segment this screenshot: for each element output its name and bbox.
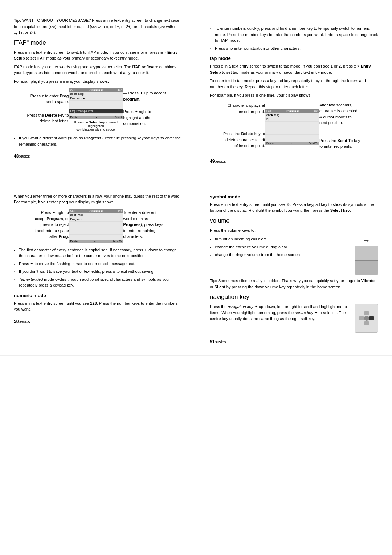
tap-para1: Press ⊞ in a text entry screen to switch…	[210, 63, 378, 75]
p50-empty3	[69, 230, 123, 235]
vol-bullet2: change the earpiece volume during a call	[215, 244, 349, 250]
tap-empty2	[265, 126, 319, 130]
vol-tip-label: Tip:	[210, 279, 217, 283]
tap-screen-num: 443	[314, 110, 318, 112]
p50-spacer	[69, 235, 123, 240]
screen-caption: Press the Select key to select highlight…	[69, 121, 123, 131]
p50-abc-row: abc▶ Msg	[69, 213, 123, 217]
volume-device	[355, 246, 378, 275]
p50-screen-box: Call △◇▣▣▣▣ 449 abc▶ Msg Prog|ram	[69, 209, 123, 243]
tap-screen-call: Call	[266, 110, 271, 112]
symbol-title: symbol mode	[210, 194, 378, 199]
itap-screen-box: Call △◇▣▣▣▣ 442 abc⊠ Msg Prog|ram ▶ Prog…	[69, 88, 123, 119]
itap-annot-enter-prog: Press ⊞ to enter Progand a space.	[25, 93, 69, 105]
screen-select: Select	[115, 116, 122, 118]
tap-screen-footer: Delete ▼ Send To	[265, 142, 319, 145]
p50-annot-right: To enter a differentword (such asProgres…	[123, 210, 171, 242]
itap-annot-right: — Press ✦ up to acceptprogram. Press ✦ r…	[123, 90, 171, 129]
tap-annot-delete: Press the Delete key todelete character …	[221, 131, 265, 149]
spread-48-49: Tip: WANT TO SHOUT YOUR MESSAGE? Press ⊡…	[0, 0, 392, 175]
p49-bullet2: Press ⊡ to enter punctuation or other ch…	[215, 45, 378, 52]
numeric-para: Press ⊞ in a text entry screen until you…	[14, 300, 182, 312]
page-51-footer: basics 51	[210, 339, 378, 344]
itap-para2: iTAP mode lets you enter words using one…	[14, 64, 182, 76]
page-48-footer: 48 basics	[14, 154, 182, 159]
tap-empty1	[265, 122, 319, 126]
itap-bullet1: If you want a different word (such as Pr…	[19, 135, 182, 147]
p50-footer: Delete ▼ Send To	[69, 240, 123, 243]
p50-delete: Delete	[70, 240, 78, 243]
tap-annot-left: Character displays atinsertion point. Pr…	[221, 102, 265, 151]
vol-bullet1: turn off an incoming call alert	[215, 236, 349, 242]
vol-bottom	[355, 261, 378, 275]
tap-empty3	[265, 130, 319, 135]
p50-screen-top: Call △◇▣▣▣▣ 449	[69, 209, 123, 213]
itap-bullets: If you want a different word (such as Pr…	[19, 135, 182, 147]
page-50: When you enter three or more characters …	[0, 175, 196, 356]
p50-screen-area: Press ✦ right toaccept Program, orpress …	[14, 209, 182, 243]
tap-screen-abc: abc▶ Msg	[265, 113, 319, 117]
tap-delete: Delete	[266, 142, 274, 145]
page-49: To enter numbers quickly, press and hold…	[196, 0, 392, 175]
nav-content: Press the navigation key ✦ up, down, lef…	[210, 304, 378, 333]
tap-spacer	[265, 135, 319, 140]
itap-title: iTAP® mode	[14, 39, 182, 46]
nav-dpad	[359, 311, 374, 325]
volume-content: turn off an incoming call alert change t…	[210, 236, 378, 275]
page-49-number: 49	[210, 159, 215, 164]
page-48-number: 48	[14, 154, 19, 159]
tap-mid: ▼	[290, 142, 293, 145]
p50-sendto: Send To	[113, 240, 122, 243]
tap-screen-top: Call △◇▣▣▣▣ 443	[265, 109, 319, 113]
tap-para2: To enter text in tap mode, press a keypa…	[210, 78, 378, 90]
spread-50-51: When you enter three or more characters …	[0, 175, 392, 356]
screen-delete: Delete	[70, 116, 78, 118]
tip-block-p48: Tip: WANT TO SHOUT YOUR MESSAGE? Press ⊡…	[14, 17, 182, 36]
book-spread: Tip: WANT TO SHOUT YOUR MESSAGE? Press ⊡…	[0, 0, 392, 356]
nav-device	[355, 304, 378, 333]
tap-annot-right: After two seconds,character is accepted&…	[319, 102, 367, 152]
page-51: symbol mode Press ⊞ in a text entry scre…	[196, 175, 392, 356]
volume-para: Press the volume keys to:	[210, 227, 378, 234]
itap-annot-left: Press ⊞ to enter Progand a space. Press …	[25, 93, 69, 127]
tap-screen: Call △◇▣▣▣▣ 443 abc▶ Msg P|	[265, 109, 319, 145]
page-51-number: 51	[210, 339, 215, 344]
p50-bullet1: The first character of every sentence is…	[19, 247, 182, 259]
p50-num: 449	[118, 210, 122, 212]
volume-title: volume	[210, 217, 378, 224]
page-50-number: 50	[14, 319, 19, 324]
page-50-footer: 50 basics	[14, 319, 182, 324]
nav-up-btn	[364, 311, 369, 315]
p50-annot-diff-word: To enter a differentword (such asProgres…	[123, 210, 171, 240]
screen-num: 442	[118, 89, 122, 92]
vol-top	[355, 246, 378, 261]
tap-abc-label: abc▶ Msg	[266, 113, 279, 117]
tap-annot-char: Character displays atinsertion point.	[221, 102, 265, 114]
volume-bullets: turn off an incoming call alert change t…	[215, 236, 349, 260]
tap-p-row: P|	[265, 117, 319, 122]
p50-battery: △◇▣▣▣▣	[89, 210, 103, 212]
vol-tip-text: Tip: Sometimes silence really is golden.…	[210, 278, 378, 290]
tap-screen-area: Character displays atinsertion point. Pr…	[210, 102, 378, 152]
volume-device-area: →	[355, 236, 378, 275]
nav-down-btn	[364, 321, 369, 325]
screen-prog-row: Prog|ram ▶	[69, 96, 123, 101]
p50-bullet3: If you don't want to save your text or t…	[19, 268, 182, 275]
page-48: Tip: WANT TO SHOUT YOUR MESSAGE? Press ⊡…	[0, 0, 196, 175]
p50-annot-right-nav: Press ✦ right toaccept Program, orpress …	[25, 210, 69, 240]
vol-tip: Tip: Sometimes silence really is golden.…	[210, 278, 378, 290]
tap-annot-sendto: Press the Send To keyto enter recipients…	[319, 138, 367, 150]
nav-device-area	[355, 304, 378, 333]
tip-text-p48: Tip: WANT TO SHOUT YOUR MESSAGE? Press ⊡…	[14, 17, 182, 36]
screen-mid: ▼	[95, 116, 97, 118]
symbol-para: Press ⊞ in a text entry screen until you…	[210, 202, 378, 214]
p50-bullet4: Tap extended mode cycles through additio…	[19, 276, 182, 288]
itap-annot-delete: Press the Delete key todelete last lette…	[25, 112, 69, 124]
numeric-title: numeric mode	[14, 293, 182, 298]
tap-annot-after: After two seconds,character is accepted&…	[319, 102, 367, 126]
p50-screen: Call △◇▣▣▣▣ 449 abc▶ Msg Prog|ram	[69, 209, 123, 243]
page-51-label: basics	[215, 340, 226, 344]
p50-intro: When you enter three or more characters …	[14, 193, 182, 205]
screen-abc-row: abc⊠ Msg	[69, 92, 123, 96]
p50-bullet2: Press ✦ to move the flashing cursor to e…	[19, 261, 182, 267]
